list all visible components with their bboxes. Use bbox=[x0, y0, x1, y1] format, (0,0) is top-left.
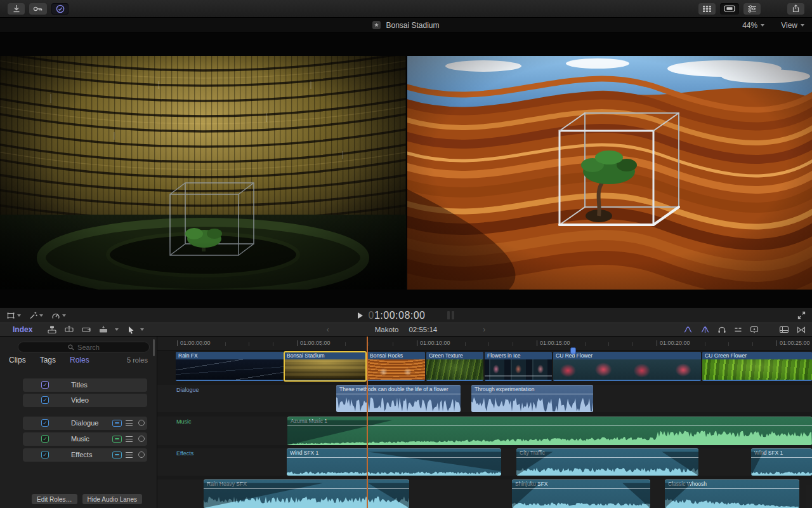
role-label: Effects bbox=[71, 451, 92, 458]
role-row-titles[interactable]: ✓Titles bbox=[23, 378, 147, 392]
volume-line[interactable] bbox=[471, 394, 593, 394]
viewer-area bbox=[0, 33, 812, 307]
browser-filmstrip-view-button[interactable] bbox=[720, 3, 739, 15]
timeline-audio-clip[interactable]: Wind SFX 1 bbox=[287, 448, 501, 476]
clip-name: Bonsai Rocks bbox=[367, 352, 405, 359]
clip-name: Through experimentation bbox=[471, 385, 593, 394]
timeline-audio-clip[interactable]: Rain Heavy SFX bbox=[204, 479, 409, 508]
next-timeline-arrow[interactable]: › bbox=[483, 325, 485, 334]
timeline-audio-clip[interactable]: Through experimentation bbox=[471, 385, 593, 412]
filmstrip-icon bbox=[724, 5, 735, 12]
timeline-audio-clip[interactable]: Shinjuku SFX bbox=[512, 479, 650, 508]
fullscreen-icon[interactable] bbox=[797, 311, 806, 319]
chevron-down-icon bbox=[801, 24, 804, 27]
background-tasks-button[interactable] bbox=[51, 3, 69, 15]
timeline-audio-clip[interactable]: These methods can double the life of a f… bbox=[336, 385, 461, 412]
share-icon bbox=[792, 4, 800, 13]
previous-timeline-arrow[interactable]: ‹ bbox=[327, 325, 329, 334]
audio-lane-icon[interactable] bbox=[112, 451, 122, 458]
role-label: Titles bbox=[71, 381, 88, 389]
clip-thumbnail bbox=[426, 359, 483, 380]
timeline-audio-clip[interactable]: Classic Whoosh bbox=[665, 479, 799, 508]
role-row-effects[interactable]: ✓Effects bbox=[23, 448, 147, 462]
grid-icon bbox=[702, 5, 712, 13]
audio-lane-icon[interactable] bbox=[112, 420, 122, 427]
browser-adjust-button[interactable] bbox=[743, 3, 761, 15]
roles-list: ✓Titles✓Video✓Dialogue✓Music✓Effects bbox=[0, 337, 157, 508]
focus-icon[interactable] bbox=[126, 452, 133, 458]
role-row-dialogue[interactable]: ✓Dialogue bbox=[23, 417, 147, 430]
share-button[interactable] bbox=[787, 3, 804, 15]
playhead[interactable] bbox=[367, 337, 368, 508]
clip-thumbnail bbox=[176, 359, 284, 380]
role-row-music[interactable]: ✓Music bbox=[23, 432, 147, 446]
role-checkbox[interactable]: ✓ bbox=[41, 419, 49, 427]
timeline-audio-clip[interactable]: Wind SFX 1 bbox=[751, 448, 812, 476]
timeline-video-clip[interactable]: Bonsai Rocks bbox=[367, 352, 425, 381]
solo-circle-icon[interactable] bbox=[138, 451, 145, 458]
toolbar-left-group bbox=[8, 3, 69, 15]
timeline-video-clip[interactable]: CU Red Flower bbox=[553, 352, 701, 381]
snapping-icon[interactable] bbox=[734, 326, 742, 333]
main-toolbar bbox=[0, 0, 812, 18]
role-checkbox[interactable]: ✓ bbox=[41, 396, 49, 404]
volume-line[interactable] bbox=[665, 488, 799, 489]
keyword-editor-button[interactable] bbox=[29, 3, 47, 15]
viewer-image bbox=[407, 56, 812, 290]
timeline-video-clip[interactable]: Bonsai Stadium bbox=[284, 352, 366, 381]
trim-bowtie-icon[interactable] bbox=[797, 326, 806, 333]
skimming-icon[interactable] bbox=[683, 326, 693, 333]
edit-roles-button[interactable]: Edit Roles… bbox=[32, 494, 77, 504]
focus-icon[interactable] bbox=[126, 436, 133, 442]
role-row-video[interactable]: ✓Video bbox=[23, 394, 147, 407]
timeline-project-name[interactable]: Makoto bbox=[375, 326, 399, 333]
volume-line[interactable] bbox=[512, 488, 650, 489]
clip-thumbnail bbox=[553, 359, 701, 380]
lane-label-music: Music bbox=[176, 418, 192, 425]
check-circle-icon bbox=[56, 4, 65, 13]
hide-audio-lanes-button[interactable]: Hide Audio Lanes bbox=[82, 494, 142, 504]
lane-label-effects: Effects bbox=[176, 450, 193, 457]
solo-circle-icon[interactable] bbox=[138, 420, 145, 426]
clip-marker[interactable] bbox=[570, 347, 576, 354]
audio-lane-icon[interactable] bbox=[112, 436, 122, 443]
timeline-audio-clip[interactable]: City Traffic bbox=[516, 448, 698, 476]
timeline-video-clip[interactable]: Rain FX bbox=[176, 352, 284, 381]
volume-line[interactable] bbox=[516, 457, 698, 458]
solo-icon[interactable] bbox=[717, 326, 726, 333]
audio-skimming-icon[interactable] bbox=[700, 326, 710, 333]
import-media-button[interactable] bbox=[8, 3, 25, 15]
volume-line[interactable] bbox=[287, 457, 501, 458]
key-icon bbox=[33, 5, 43, 13]
browser-grid-view-button[interactable] bbox=[698, 3, 716, 15]
video-clip-row: Rain FXBonsai StadiumBonsai RocksGreen T… bbox=[157, 351, 812, 381]
clip-appearance-icon[interactable] bbox=[779, 326, 789, 333]
clip-name: These methods can double the life of a f… bbox=[336, 385, 461, 394]
timeline-pane[interactable]: 01:00:00:0001:00:05:0001:00:10:0001:00:1… bbox=[157, 337, 812, 508]
transport-bar: 01:00:08:00 bbox=[0, 307, 812, 323]
event-viewer-image bbox=[0, 56, 406, 290]
viewer-zoom-menu[interactable]: 44% bbox=[742, 21, 764, 30]
clip-name: Rain FX bbox=[176, 352, 200, 359]
audio-meters[interactable] bbox=[447, 311, 454, 319]
role-checkbox[interactable]: ✓ bbox=[41, 381, 49, 389]
role-checkbox[interactable]: ✓ bbox=[41, 451, 49, 458]
volume-line[interactable] bbox=[751, 457, 812, 458]
import-icon bbox=[13, 4, 20, 13]
play-button[interactable] bbox=[358, 312, 363, 319]
focus-icon[interactable] bbox=[126, 420, 133, 426]
marker-badge-icon[interactable] bbox=[750, 326, 759, 334]
volume-line[interactable] bbox=[336, 394, 461, 394]
chevron-down-icon bbox=[761, 24, 764, 27]
volume-line[interactable] bbox=[204, 488, 409, 489]
viewer-zoom-value: 44% bbox=[742, 21, 757, 30]
timeline-video-clip[interactable]: Flowers in Ice bbox=[485, 352, 552, 381]
timeline-project-duration: 02:55:14 bbox=[409, 326, 437, 333]
viewer-view-menu[interactable]: View bbox=[781, 21, 804, 30]
role-checkbox[interactable]: ✓ bbox=[41, 435, 49, 443]
timeline-video-clip[interactable]: CU Green Flower bbox=[702, 352, 812, 381]
solo-circle-icon[interactable] bbox=[138, 436, 145, 442]
clip-thumbnail bbox=[485, 359, 552, 380]
timeline-video-clip[interactable]: Green Texture bbox=[426, 352, 483, 381]
view-menu-label: View bbox=[781, 21, 797, 30]
